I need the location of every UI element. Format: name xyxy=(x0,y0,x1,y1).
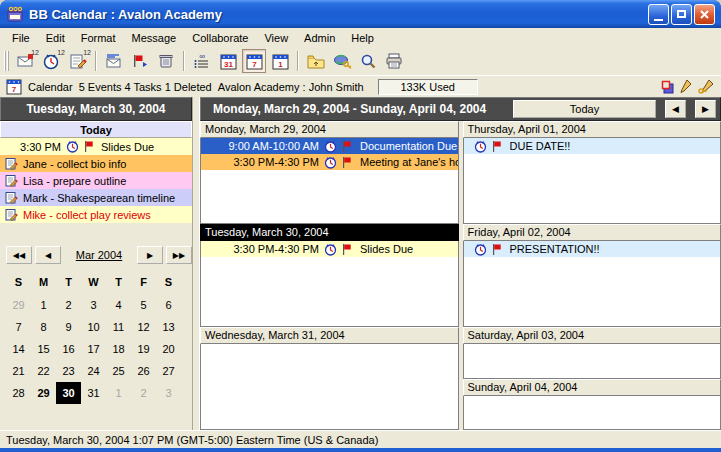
mini-calendar-day[interactable]: 1 xyxy=(31,294,56,316)
week-view-button[interactable]: 7 xyxy=(242,49,266,73)
day-body[interactable]: PRESENTATION!! xyxy=(463,241,721,327)
left-panel-item[interactable]: Jane - collect bio info xyxy=(0,155,192,172)
mini-calendar-day[interactable]: 26 xyxy=(131,360,156,382)
menu-admin[interactable]: Admin xyxy=(296,30,343,46)
month-label-link[interactable]: Mar 2004 xyxy=(64,249,134,261)
mini-calendar-day[interactable]: 14 xyxy=(6,338,31,360)
month-view-button[interactable]: 31 xyxy=(216,49,240,73)
mini-calendar-day[interactable]: 31 xyxy=(81,382,106,404)
mini-calendar-day[interactable]: 11 xyxy=(106,316,131,338)
prev-week-button[interactable]: ◀ xyxy=(665,100,686,118)
next-month-button[interactable]: ▶ xyxy=(137,246,163,264)
prev-year-button[interactable]: ◀◀ xyxy=(6,246,32,264)
new-task-button[interactable]: 12 xyxy=(66,49,90,73)
day-body[interactable] xyxy=(200,344,459,430)
day-header[interactable]: Thursday, April 01, 2004 xyxy=(463,121,721,138)
day-header[interactable]: Monday, March 29, 2004 xyxy=(200,121,459,138)
menu-message[interactable]: Message xyxy=(124,30,185,46)
left-panel-item[interactable]: Lisa - prepare outline xyxy=(0,172,192,189)
print-button[interactable] xyxy=(382,49,406,73)
next-year-button[interactable]: ▶▶ xyxy=(166,246,192,264)
left-panel-item[interactable]: Mark - Shakespearean timeline xyxy=(0,189,192,206)
menu-edit[interactable]: Edit xyxy=(38,30,73,46)
mini-calendar-day[interactable]: 2 xyxy=(131,382,156,404)
delete-button[interactable] xyxy=(154,49,178,73)
day-body[interactable]: DUE DATE!! xyxy=(463,138,721,224)
access-key-button[interactable] xyxy=(330,49,354,73)
mini-calendar-day[interactable]: 2 xyxy=(56,294,81,316)
menu-file[interactable]: File xyxy=(4,30,38,46)
mini-calendar-day[interactable]: 16 xyxy=(56,338,81,360)
panel-splitter[interactable] xyxy=(193,97,200,430)
menu-help[interactable]: Help xyxy=(343,30,382,46)
day-body[interactable]: 9:00 AM-10:00 AMDocumentation Due3:30 PM… xyxy=(200,138,459,224)
mini-calendar-day[interactable]: 18 xyxy=(106,338,131,360)
mini-calendar-day[interactable]: 6 xyxy=(156,294,181,316)
mini-calendar-day[interactable]: 30 xyxy=(56,382,81,404)
folder-up-button[interactable] xyxy=(304,49,328,73)
mini-calendar-day[interactable]: 29 xyxy=(31,382,56,404)
menu-format[interactable]: Format xyxy=(73,30,124,46)
compose-message-button[interactable] xyxy=(102,49,126,73)
day-header[interactable]: Wednesday, March 31, 2004 xyxy=(200,327,459,344)
day-header[interactable]: Sunday, April 04, 2004 xyxy=(463,379,721,396)
mini-calendar-day[interactable]: 17 xyxy=(81,338,106,360)
maximize-button[interactable] xyxy=(671,4,692,25)
mini-calendar-day[interactable]: 10 xyxy=(81,316,106,338)
mini-calendar-day[interactable]: 3 xyxy=(156,382,181,404)
day-body[interactable] xyxy=(463,396,721,431)
mini-calendar-day[interactable]: 4 xyxy=(106,294,131,316)
close-button[interactable] xyxy=(694,4,715,25)
left-panel-item[interactable]: 3:30 PMSlides Due xyxy=(0,138,192,155)
mini-calendar-day[interactable]: 15 xyxy=(31,338,56,360)
mini-calendar-day[interactable]: 1 xyxy=(106,382,131,404)
event-row[interactable]: PRESENTATION!! xyxy=(464,241,721,257)
mini-calendar-day[interactable]: 25 xyxy=(106,360,131,382)
new-alarm-button[interactable]: 12 xyxy=(40,49,64,73)
mini-calendar-day[interactable]: 12 xyxy=(131,316,156,338)
mini-calendar-day[interactable]: 29 xyxy=(6,294,31,316)
mini-calendar-day[interactable]: 8 xyxy=(31,316,56,338)
today-section-header[interactable]: Today xyxy=(0,121,192,138)
toolbar-grip[interactable] xyxy=(4,51,9,71)
search-button[interactable] xyxy=(356,49,380,73)
mini-calendar-day[interactable]: 7 xyxy=(6,316,31,338)
mini-calendar-day[interactable]: 21 xyxy=(6,360,31,382)
day-header[interactable]: Saturday, April 03, 2004 xyxy=(463,327,721,344)
event-row[interactable]: 3:30 PM-4:30 PMMeeting at Jane's house xyxy=(201,154,458,170)
mini-calendar-day[interactable]: 28 xyxy=(6,382,31,404)
key-pencil-icon[interactable] xyxy=(697,79,715,94)
mini-calendar-day[interactable]: 3 xyxy=(81,294,106,316)
mini-calendar-day[interactable]: 27 xyxy=(156,360,181,382)
mini-calendar-day[interactable]: 22 xyxy=(31,360,56,382)
day-body[interactable] xyxy=(463,344,721,379)
menu-view[interactable]: View xyxy=(256,30,296,46)
minimize-button[interactable] xyxy=(648,4,669,25)
left-panel-item[interactable]: Mike - collect play reviews xyxy=(0,206,192,223)
mini-calendar-day[interactable]: 20 xyxy=(156,338,181,360)
day-view-button[interactable]: 1 xyxy=(268,49,292,73)
mini-calendar-day[interactable]: 9 xyxy=(56,316,81,338)
mini-calendar-day[interactable]: 5 xyxy=(131,294,156,316)
mini-calendar-weekday: F xyxy=(131,270,156,294)
mini-calendar-day[interactable]: 13 xyxy=(156,316,181,338)
today-button[interactable]: Today xyxy=(513,100,656,118)
day-header[interactable]: Tuesday, March 30, 2004 xyxy=(200,224,459,241)
toolbar: 12 12 12 xyxy=(0,47,721,76)
event-row[interactable]: DUE DATE!! xyxy=(464,138,721,154)
agenda-list-button[interactable]: ∞ xyxy=(190,49,214,73)
mini-calendar-day[interactable]: 23 xyxy=(56,360,81,382)
layers-icon[interactable] xyxy=(661,80,675,94)
mini-calendar-day[interactable]: 24 xyxy=(81,360,106,382)
event-row[interactable]: 3:30 PM-4:30 PMSlides Due xyxy=(201,241,458,257)
menu-collaborate[interactable]: Collaborate xyxy=(184,30,256,46)
day-body[interactable]: 3:30 PM-4:30 PMSlides Due xyxy=(200,241,459,327)
new-event-button[interactable]: 12 xyxy=(14,49,38,73)
mini-calendar-day[interactable]: 19 xyxy=(131,338,156,360)
flag-button[interactable] xyxy=(128,49,152,73)
prev-month-button[interactable]: ◀ xyxy=(35,246,61,264)
day-header[interactable]: Friday, April 02, 2004 xyxy=(463,224,721,241)
event-row-selected[interactable]: 9:00 AM-10:00 AMDocumentation Due xyxy=(201,138,458,154)
next-week-button[interactable]: ▶ xyxy=(695,100,716,118)
pencil-icon[interactable] xyxy=(680,79,692,94)
